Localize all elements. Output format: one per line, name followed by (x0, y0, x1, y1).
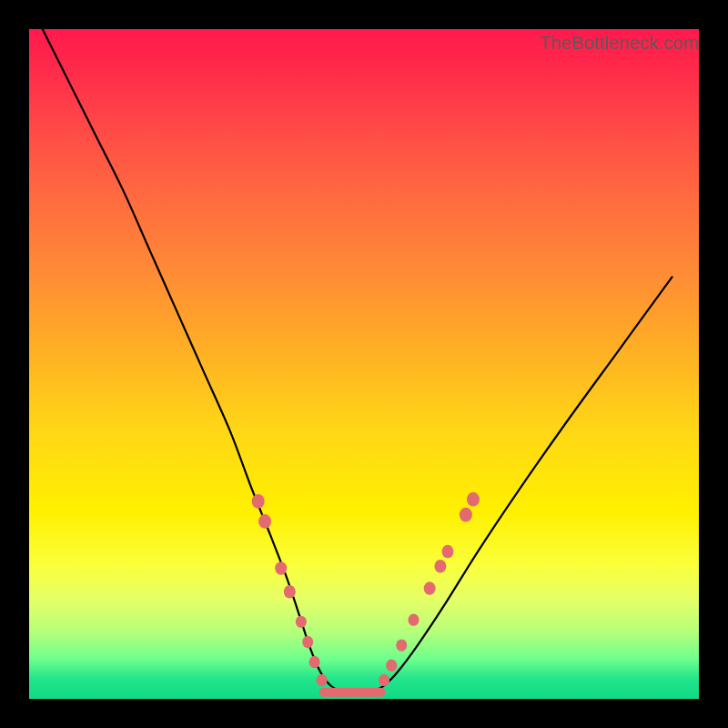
curve-marker (252, 494, 265, 509)
curve-marker (317, 674, 328, 686)
curve-marker (275, 561, 287, 575)
curve-marker (396, 639, 407, 651)
curve-marker (309, 656, 320, 668)
curve-marker (296, 616, 307, 628)
markers-right (379, 492, 480, 686)
curve-marker (258, 514, 271, 529)
chart-overlay (0, 0, 728, 728)
curve-marker (302, 636, 313, 648)
curve-marker (284, 585, 296, 599)
curve-marker (467, 492, 480, 507)
curve-marker (442, 545, 454, 559)
curve-marker (424, 581, 436, 595)
curve-marker (434, 560, 446, 573)
curve-marker (386, 659, 397, 671)
curve-marker (379, 674, 389, 686)
curve-marker (408, 613, 419, 625)
markers-left (252, 494, 328, 686)
chart-stage: TheBottleneck.com (0, 0, 728, 728)
curve-marker (460, 508, 472, 522)
bottleneck-curve (43, 29, 672, 693)
